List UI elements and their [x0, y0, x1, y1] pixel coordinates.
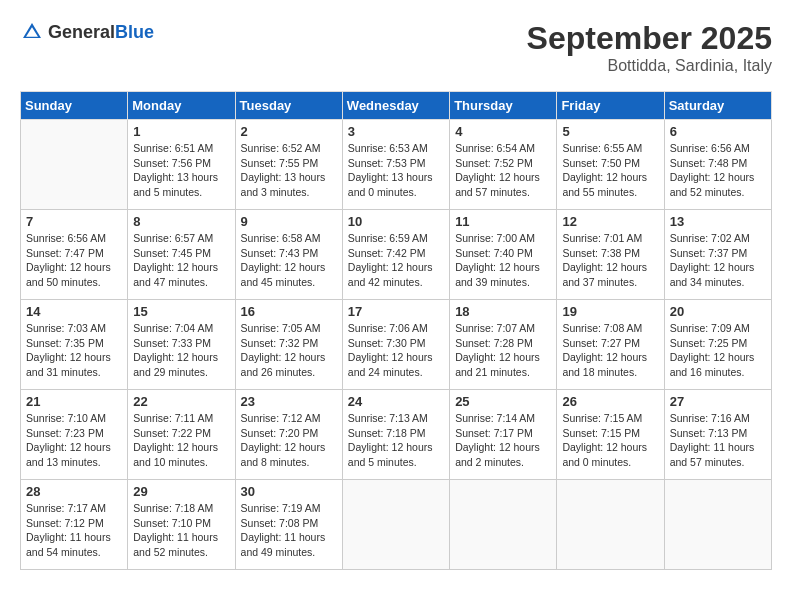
title-block: September 2025 Bottidda, Sardinia, Italy	[527, 20, 772, 75]
day-info: Sunrise: 7:09 AM Sunset: 7:25 PM Dayligh…	[670, 321, 766, 380]
day-info: Sunrise: 6:58 AM Sunset: 7:43 PM Dayligh…	[241, 231, 337, 290]
calendar-cell: 18Sunrise: 7:07 AM Sunset: 7:28 PM Dayli…	[450, 300, 557, 390]
day-info: Sunrise: 7:15 AM Sunset: 7:15 PM Dayligh…	[562, 411, 658, 470]
day-number: 3	[348, 124, 444, 139]
calendar-cell: 1Sunrise: 6:51 AM Sunset: 7:56 PM Daylig…	[128, 120, 235, 210]
day-info: Sunrise: 7:10 AM Sunset: 7:23 PM Dayligh…	[26, 411, 122, 470]
calendar-cell: 26Sunrise: 7:15 AM Sunset: 7:15 PM Dayli…	[557, 390, 664, 480]
day-info: Sunrise: 6:51 AM Sunset: 7:56 PM Dayligh…	[133, 141, 229, 200]
day-number: 25	[455, 394, 551, 409]
day-number: 14	[26, 304, 122, 319]
calendar-week-5: 28Sunrise: 7:17 AM Sunset: 7:12 PM Dayli…	[21, 480, 772, 570]
calendar-table: SundayMondayTuesdayWednesdayThursdayFrid…	[20, 91, 772, 570]
day-number: 1	[133, 124, 229, 139]
day-info: Sunrise: 7:14 AM Sunset: 7:17 PM Dayligh…	[455, 411, 551, 470]
calendar-cell: 22Sunrise: 7:11 AM Sunset: 7:22 PM Dayli…	[128, 390, 235, 480]
day-info: Sunrise: 6:53 AM Sunset: 7:53 PM Dayligh…	[348, 141, 444, 200]
day-number: 17	[348, 304, 444, 319]
day-info: Sunrise: 7:06 AM Sunset: 7:30 PM Dayligh…	[348, 321, 444, 380]
day-number: 20	[670, 304, 766, 319]
calendar-cell: 3Sunrise: 6:53 AM Sunset: 7:53 PM Daylig…	[342, 120, 449, 210]
calendar-cell: 21Sunrise: 7:10 AM Sunset: 7:23 PM Dayli…	[21, 390, 128, 480]
calendar-cell: 25Sunrise: 7:14 AM Sunset: 7:17 PM Dayli…	[450, 390, 557, 480]
day-info: Sunrise: 7:03 AM Sunset: 7:35 PM Dayligh…	[26, 321, 122, 380]
calendar-cell	[21, 120, 128, 210]
weekday-header-row: SundayMondayTuesdayWednesdayThursdayFrid…	[21, 92, 772, 120]
calendar-cell: 20Sunrise: 7:09 AM Sunset: 7:25 PM Dayli…	[664, 300, 771, 390]
day-info: Sunrise: 7:05 AM Sunset: 7:32 PM Dayligh…	[241, 321, 337, 380]
day-info: Sunrise: 7:04 AM Sunset: 7:33 PM Dayligh…	[133, 321, 229, 380]
day-info: Sunrise: 7:08 AM Sunset: 7:27 PM Dayligh…	[562, 321, 658, 380]
day-info: Sunrise: 6:52 AM Sunset: 7:55 PM Dayligh…	[241, 141, 337, 200]
calendar-cell: 14Sunrise: 7:03 AM Sunset: 7:35 PM Dayli…	[21, 300, 128, 390]
calendar-cell: 19Sunrise: 7:08 AM Sunset: 7:27 PM Dayli…	[557, 300, 664, 390]
day-info: Sunrise: 7:16 AM Sunset: 7:13 PM Dayligh…	[670, 411, 766, 470]
calendar-week-1: 1Sunrise: 6:51 AM Sunset: 7:56 PM Daylig…	[21, 120, 772, 210]
day-number: 9	[241, 214, 337, 229]
calendar-cell: 13Sunrise: 7:02 AM Sunset: 7:37 PM Dayli…	[664, 210, 771, 300]
day-info: Sunrise: 6:59 AM Sunset: 7:42 PM Dayligh…	[348, 231, 444, 290]
weekday-header-monday: Monday	[128, 92, 235, 120]
calendar-cell: 4Sunrise: 6:54 AM Sunset: 7:52 PM Daylig…	[450, 120, 557, 210]
day-info: Sunrise: 7:01 AM Sunset: 7:38 PM Dayligh…	[562, 231, 658, 290]
day-info: Sunrise: 6:54 AM Sunset: 7:52 PM Dayligh…	[455, 141, 551, 200]
weekday-header-thursday: Thursday	[450, 92, 557, 120]
day-info: Sunrise: 7:12 AM Sunset: 7:20 PM Dayligh…	[241, 411, 337, 470]
day-number: 4	[455, 124, 551, 139]
day-number: 8	[133, 214, 229, 229]
day-info: Sunrise: 7:18 AM Sunset: 7:10 PM Dayligh…	[133, 501, 229, 560]
day-number: 5	[562, 124, 658, 139]
calendar-cell: 30Sunrise: 7:19 AM Sunset: 7:08 PM Dayli…	[235, 480, 342, 570]
calendar-cell	[664, 480, 771, 570]
calendar-cell: 16Sunrise: 7:05 AM Sunset: 7:32 PM Dayli…	[235, 300, 342, 390]
calendar-cell: 2Sunrise: 6:52 AM Sunset: 7:55 PM Daylig…	[235, 120, 342, 210]
day-number: 11	[455, 214, 551, 229]
day-number: 30	[241, 484, 337, 499]
calendar-cell: 7Sunrise: 6:56 AM Sunset: 7:47 PM Daylig…	[21, 210, 128, 300]
weekday-header-saturday: Saturday	[664, 92, 771, 120]
calendar-week-2: 7Sunrise: 6:56 AM Sunset: 7:47 PM Daylig…	[21, 210, 772, 300]
calendar-cell	[450, 480, 557, 570]
calendar-cell: 27Sunrise: 7:16 AM Sunset: 7:13 PM Dayli…	[664, 390, 771, 480]
day-info: Sunrise: 7:17 AM Sunset: 7:12 PM Dayligh…	[26, 501, 122, 560]
day-info: Sunrise: 6:56 AM Sunset: 7:47 PM Dayligh…	[26, 231, 122, 290]
calendar-cell: 15Sunrise: 7:04 AM Sunset: 7:33 PM Dayli…	[128, 300, 235, 390]
calendar-cell: 17Sunrise: 7:06 AM Sunset: 7:30 PM Dayli…	[342, 300, 449, 390]
calendar-cell	[342, 480, 449, 570]
day-info: Sunrise: 7:00 AM Sunset: 7:40 PM Dayligh…	[455, 231, 551, 290]
day-info: Sunrise: 6:55 AM Sunset: 7:50 PM Dayligh…	[562, 141, 658, 200]
day-number: 2	[241, 124, 337, 139]
day-number: 6	[670, 124, 766, 139]
day-number: 7	[26, 214, 122, 229]
calendar-week-3: 14Sunrise: 7:03 AM Sunset: 7:35 PM Dayli…	[21, 300, 772, 390]
calendar-cell: 29Sunrise: 7:18 AM Sunset: 7:10 PM Dayli…	[128, 480, 235, 570]
weekday-header-wednesday: Wednesday	[342, 92, 449, 120]
calendar-cell: 10Sunrise: 6:59 AM Sunset: 7:42 PM Dayli…	[342, 210, 449, 300]
day-info: Sunrise: 7:11 AM Sunset: 7:22 PM Dayligh…	[133, 411, 229, 470]
day-number: 28	[26, 484, 122, 499]
calendar-cell: 12Sunrise: 7:01 AM Sunset: 7:38 PM Dayli…	[557, 210, 664, 300]
day-info: Sunrise: 7:07 AM Sunset: 7:28 PM Dayligh…	[455, 321, 551, 380]
day-number: 24	[348, 394, 444, 409]
day-number: 10	[348, 214, 444, 229]
calendar-cell: 5Sunrise: 6:55 AM Sunset: 7:50 PM Daylig…	[557, 120, 664, 210]
calendar-cell: 11Sunrise: 7:00 AM Sunset: 7:40 PM Dayli…	[450, 210, 557, 300]
location-subtitle: Bottidda, Sardinia, Italy	[527, 57, 772, 75]
calendar-cell: 6Sunrise: 6:56 AM Sunset: 7:48 PM Daylig…	[664, 120, 771, 210]
page-header: GeneralBlue September 2025 Bottidda, Sar…	[20, 20, 772, 75]
day-number: 27	[670, 394, 766, 409]
day-info: Sunrise: 6:57 AM Sunset: 7:45 PM Dayligh…	[133, 231, 229, 290]
calendar-cell: 8Sunrise: 6:57 AM Sunset: 7:45 PM Daylig…	[128, 210, 235, 300]
logo: GeneralBlue	[20, 20, 154, 44]
weekday-header-tuesday: Tuesday	[235, 92, 342, 120]
month-title: September 2025	[527, 20, 772, 57]
weekday-header-friday: Friday	[557, 92, 664, 120]
day-info: Sunrise: 6:56 AM Sunset: 7:48 PM Dayligh…	[670, 141, 766, 200]
calendar-cell: 24Sunrise: 7:13 AM Sunset: 7:18 PM Dayli…	[342, 390, 449, 480]
calendar-cell: 9Sunrise: 6:58 AM Sunset: 7:43 PM Daylig…	[235, 210, 342, 300]
day-number: 12	[562, 214, 658, 229]
calendar-cell: 28Sunrise: 7:17 AM Sunset: 7:12 PM Dayli…	[21, 480, 128, 570]
day-number: 18	[455, 304, 551, 319]
day-number: 26	[562, 394, 658, 409]
day-number: 19	[562, 304, 658, 319]
